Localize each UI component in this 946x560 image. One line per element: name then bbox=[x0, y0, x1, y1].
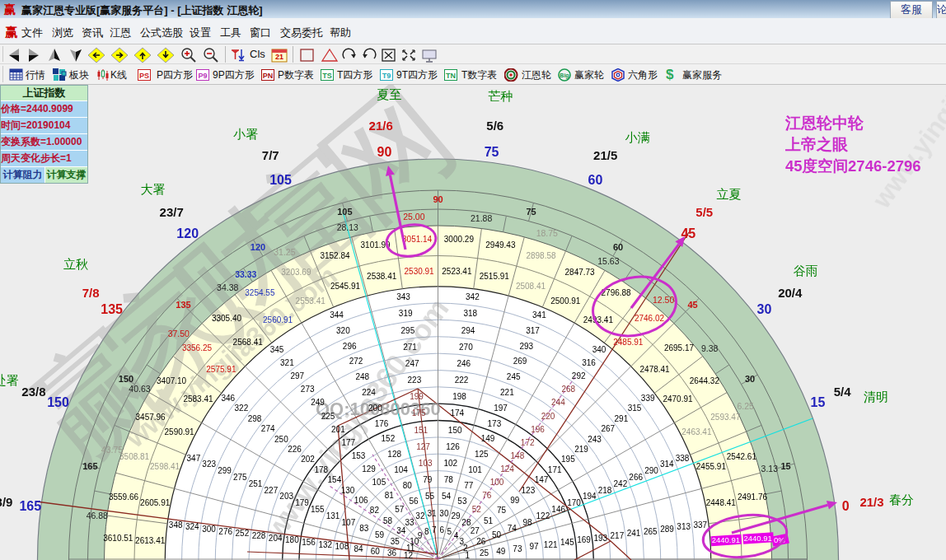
svg-text:3203.69: 3203.69 bbox=[281, 268, 311, 277]
svg-text:2575.91: 2575.91 bbox=[206, 365, 236, 374]
svg-text:316: 316 bbox=[582, 358, 596, 367]
svg-text:2847.73: 2847.73 bbox=[565, 268, 596, 277]
svg-text:75: 75 bbox=[497, 506, 507, 515]
svg-text:151: 151 bbox=[414, 426, 428, 435]
svg-text:152: 152 bbox=[382, 434, 396, 443]
svg-text:2568.41: 2568.41 bbox=[233, 338, 264, 347]
svg-text:104: 104 bbox=[394, 465, 408, 474]
svg-text:2463.41: 2463.41 bbox=[681, 427, 712, 436]
svg-text:300: 300 bbox=[202, 525, 216, 534]
svg-text:2448.41: 2448.41 bbox=[706, 498, 737, 507]
svg-text:3305.40: 3305.40 bbox=[212, 314, 242, 323]
svg-text:147: 147 bbox=[535, 475, 549, 484]
svg-text:120: 120 bbox=[251, 242, 265, 252]
svg-text:294: 294 bbox=[461, 326, 475, 335]
svg-text:74: 74 bbox=[508, 524, 517, 533]
svg-text:194: 194 bbox=[583, 492, 597, 501]
svg-text:3610.51: 3610.51 bbox=[103, 534, 133, 543]
svg-text:2491.76: 2491.76 bbox=[738, 492, 768, 502]
svg-text:298: 298 bbox=[248, 414, 262, 423]
svg-text:29: 29 bbox=[452, 511, 461, 520]
svg-text:3000.29: 3000.29 bbox=[444, 235, 475, 244]
svg-text:220: 220 bbox=[541, 412, 555, 421]
svg-text:197: 197 bbox=[494, 404, 508, 413]
svg-text:21/6: 21/6 bbox=[369, 119, 393, 133]
svg-text:5/6: 5/6 bbox=[486, 119, 503, 133]
svg-text:125: 125 bbox=[475, 450, 489, 459]
svg-text:124: 124 bbox=[500, 464, 514, 474]
svg-text:0: 0 bbox=[842, 499, 850, 513]
svg-text:199: 199 bbox=[410, 392, 424, 401]
svg-text:芒种: 芒种 bbox=[489, 89, 513, 103]
svg-text:3508.81: 3508.81 bbox=[119, 452, 150, 461]
svg-text:TN: TN bbox=[446, 72, 456, 80]
svg-text:203: 203 bbox=[279, 492, 293, 501]
svg-text:82: 82 bbox=[370, 506, 380, 515]
svg-text:50: 50 bbox=[492, 530, 502, 539]
svg-text:123: 123 bbox=[522, 486, 536, 495]
svg-text:106: 106 bbox=[354, 496, 368, 505]
svg-text:7/8: 7/8 bbox=[82, 286, 100, 300]
svg-text:3254.55: 3254.55 bbox=[245, 288, 275, 297]
svg-text:清明: 清明 bbox=[864, 390, 888, 404]
svg-text:33.33: 33.33 bbox=[235, 269, 256, 279]
svg-text:34.38: 34.38 bbox=[217, 282, 238, 292]
svg-text:171: 171 bbox=[548, 465, 562, 474]
svg-text:293: 293 bbox=[519, 342, 533, 351]
svg-text:2553.41: 2553.41 bbox=[296, 296, 326, 306]
svg-text:128: 128 bbox=[387, 450, 401, 459]
svg-text:146: 146 bbox=[551, 505, 565, 514]
svg-text:12: 12 bbox=[404, 551, 414, 560]
svg-text:132: 132 bbox=[318, 540, 332, 549]
svg-text:318: 318 bbox=[463, 309, 477, 318]
svg-text:9.38: 9.38 bbox=[701, 343, 719, 353]
svg-text:7: 7 bbox=[432, 525, 437, 534]
svg-text:340: 340 bbox=[592, 345, 606, 354]
svg-text:21: 21 bbox=[275, 53, 283, 61]
svg-text:25.00: 25.00 bbox=[403, 212, 424, 222]
svg-text:320: 320 bbox=[336, 326, 350, 335]
svg-text:324: 324 bbox=[185, 522, 199, 531]
svg-text:103: 103 bbox=[419, 459, 433, 468]
svg-text:153: 153 bbox=[352, 451, 366, 460]
svg-text:131: 131 bbox=[326, 511, 340, 520]
svg-text:204: 204 bbox=[269, 534, 283, 543]
svg-text:249: 249 bbox=[311, 398, 325, 407]
svg-text:2542.61: 2542.61 bbox=[727, 452, 757, 461]
svg-text:175: 175 bbox=[412, 408, 426, 418]
svg-text:265: 265 bbox=[644, 527, 658, 536]
svg-text:6: 6 bbox=[439, 525, 444, 534]
svg-text:33: 33 bbox=[405, 518, 415, 527]
svg-text:105: 105 bbox=[269, 173, 292, 187]
svg-text:2508.41: 2508.41 bbox=[516, 282, 546, 291]
svg-text:79: 79 bbox=[423, 475, 433, 484]
svg-text:272: 272 bbox=[349, 357, 363, 366]
svg-text:75: 75 bbox=[485, 145, 499, 159]
svg-text:3356.25: 3356.25 bbox=[182, 343, 213, 352]
svg-text:31: 31 bbox=[428, 509, 438, 518]
svg-text:150: 150 bbox=[119, 374, 133, 384]
svg-text:57: 57 bbox=[395, 505, 405, 514]
svg-text:2538.41: 2538.41 bbox=[367, 272, 397, 281]
svg-text:2440.91: 2440.91 bbox=[712, 535, 740, 544]
svg-text:立夏: 立夏 bbox=[717, 187, 742, 201]
svg-text:337: 337 bbox=[693, 520, 707, 530]
svg-text:169: 169 bbox=[577, 535, 591, 544]
svg-text:221: 221 bbox=[500, 388, 514, 397]
svg-text:21/5: 21/5 bbox=[593, 148, 617, 162]
svg-text:97: 97 bbox=[530, 542, 540, 551]
svg-text:80: 80 bbox=[403, 481, 413, 490]
svg-text:27: 27 bbox=[471, 526, 480, 535]
svg-text:20/4: 20/4 bbox=[778, 286, 803, 300]
svg-text:夏至: 夏至 bbox=[377, 87, 401, 101]
svg-text:154: 154 bbox=[328, 475, 342, 484]
svg-text:上帝之眼: 上帝之眼 bbox=[784, 136, 849, 153]
svg-text:101: 101 bbox=[468, 465, 482, 474]
svg-text:45度空间2746-2796: 45度空间2746-2796 bbox=[785, 157, 921, 175]
svg-text:Big: Big bbox=[560, 72, 569, 79]
svg-text:2500.91: 2500.91 bbox=[550, 296, 581, 306]
svg-text:36: 36 bbox=[387, 548, 397, 558]
svg-text:346: 346 bbox=[221, 394, 235, 403]
svg-text:21/3: 21/3 bbox=[859, 495, 883, 509]
svg-text:145: 145 bbox=[560, 538, 574, 547]
